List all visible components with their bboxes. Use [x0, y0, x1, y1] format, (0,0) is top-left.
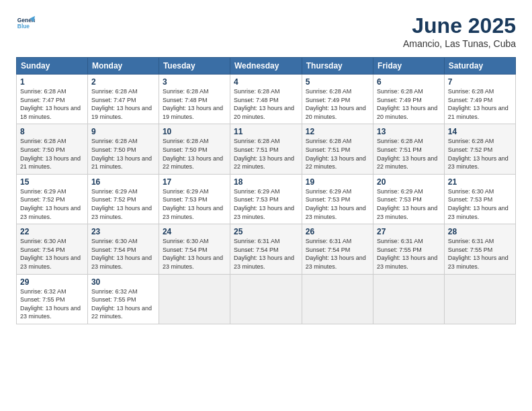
day-info: Sunrise: 6:31 AM Sunset: 7:54 PM Dayligh… — [234, 237, 298, 271]
day-info: Sunrise: 6:28 AM Sunset: 7:48 PM Dayligh… — [234, 87, 298, 121]
calendar-cell: 15 Sunrise: 6:29 AM Sunset: 7:52 PM Dayl… — [17, 174, 88, 224]
day-info: Sunrise: 6:28 AM Sunset: 7:48 PM Dayligh… — [163, 87, 226, 121]
calendar-cell: 9 Sunrise: 6:28 AM Sunset: 7:50 PM Dayli… — [87, 124, 159, 174]
calendar-cell: 21 Sunrise: 6:30 AM Sunset: 7:53 PM Dayl… — [444, 174, 515, 224]
day-number: 30 — [91, 277, 155, 287]
day-info: Sunrise: 6:30 AM Sunset: 7:53 PM Dayligh… — [448, 187, 512, 221]
calendar-week-row: 8 Sunrise: 6:28 AM Sunset: 7:50 PM Dayli… — [17, 124, 516, 174]
calendar-cell: 14 Sunrise: 6:28 AM Sunset: 7:52 PM Dayl… — [444, 124, 515, 174]
day-number: 25 — [234, 227, 298, 236]
day-number: 21 — [448, 177, 512, 187]
day-info: Sunrise: 6:28 AM Sunset: 7:49 PM Dayligh… — [448, 87, 512, 121]
calendar-cell: 3 Sunrise: 6:28 AM Sunset: 7:48 PM Dayli… — [159, 75, 230, 124]
day-number: 12 — [306, 127, 369, 136]
weekday-header: Wednesday — [230, 58, 302, 75]
day-number: 15 — [20, 177, 84, 187]
day-info: Sunrise: 6:29 AM Sunset: 7:52 PM Dayligh… — [20, 187, 84, 221]
location: Amancio, Las Tunas, Cuba — [403, 38, 516, 49]
day-number: 7 — [448, 77, 512, 87]
day-number: 27 — [377, 227, 441, 236]
calendar-cell: 19 Sunrise: 6:29 AM Sunset: 7:53 PM Dayl… — [302, 174, 373, 224]
day-info: Sunrise: 6:28 AM Sunset: 7:50 PM Dayligh… — [20, 137, 84, 171]
calendar-cell: 8 Sunrise: 6:28 AM Sunset: 7:50 PM Dayli… — [17, 124, 88, 174]
calendar-cell: 25 Sunrise: 6:31 AM Sunset: 7:54 PM Dayl… — [230, 224, 302, 274]
calendar-cell: 27 Sunrise: 6:31 AM Sunset: 7:55 PM Dayl… — [373, 224, 445, 274]
day-info: Sunrise: 6:28 AM Sunset: 7:51 PM Dayligh… — [306, 137, 369, 171]
day-info: Sunrise: 6:28 AM Sunset: 7:50 PM Dayligh… — [163, 137, 226, 171]
day-info: Sunrise: 6:31 AM Sunset: 7:54 PM Dayligh… — [306, 237, 369, 271]
weekday-header: Saturday — [444, 58, 515, 75]
day-info: Sunrise: 6:31 AM Sunset: 7:55 PM Dayligh… — [377, 237, 441, 271]
day-info: Sunrise: 6:28 AM Sunset: 7:51 PM Dayligh… — [377, 137, 441, 171]
calendar-cell: 5 Sunrise: 6:28 AM Sunset: 7:49 PM Dayli… — [302, 75, 373, 124]
calendar-week-row: 15 Sunrise: 6:29 AM Sunset: 7:52 PM Dayl… — [17, 174, 516, 224]
calendar-cell: 4 Sunrise: 6:28 AM Sunset: 7:48 PM Dayli… — [230, 75, 302, 124]
calendar-week-row: 1 Sunrise: 6:28 AM Sunset: 7:47 PM Dayli… — [17, 75, 516, 124]
weekday-header: Tuesday — [159, 58, 230, 75]
day-info: Sunrise: 6:29 AM Sunset: 7:52 PM Dayligh… — [91, 187, 155, 221]
calendar-cell: 28 Sunrise: 6:31 AM Sunset: 7:55 PM Dayl… — [444, 224, 515, 274]
weekday-header: Thursday — [302, 58, 373, 75]
day-info: Sunrise: 6:28 AM Sunset: 7:52 PM Dayligh… — [448, 137, 512, 171]
day-number: 3 — [163, 77, 226, 87]
day-number: 14 — [448, 127, 512, 136]
month-title: June 2025 — [403, 13, 516, 38]
calendar-cell: 16 Sunrise: 6:29 AM Sunset: 7:52 PM Dayl… — [87, 174, 159, 224]
day-number: 24 — [163, 227, 226, 236]
calendar-cell: 12 Sunrise: 6:28 AM Sunset: 7:51 PM Dayl… — [302, 124, 373, 174]
day-info: Sunrise: 6:28 AM Sunset: 7:47 PM Dayligh… — [91, 87, 155, 121]
day-number: 11 — [234, 127, 298, 136]
day-info: Sunrise: 6:28 AM Sunset: 7:51 PM Dayligh… — [234, 137, 298, 171]
calendar-cell: 10 Sunrise: 6:28 AM Sunset: 7:50 PM Dayl… — [159, 124, 230, 174]
day-info: Sunrise: 6:29 AM Sunset: 7:53 PM Dayligh… — [377, 187, 441, 221]
calendar-cell — [230, 274, 302, 324]
logo: General Blue — [16, 13, 35, 32]
day-info: Sunrise: 6:28 AM Sunset: 7:50 PM Dayligh… — [91, 137, 155, 171]
weekday-header: Monday — [87, 58, 159, 75]
day-info: Sunrise: 6:28 AM Sunset: 7:49 PM Dayligh… — [377, 87, 441, 121]
title-block: June 2025 Amancio, Las Tunas, Cuba — [403, 13, 516, 49]
calendar-cell: 11 Sunrise: 6:28 AM Sunset: 7:51 PM Dayl… — [230, 124, 302, 174]
day-number: 8 — [20, 127, 84, 136]
day-number: 10 — [163, 127, 226, 136]
calendar-cell: 22 Sunrise: 6:30 AM Sunset: 7:54 PM Dayl… — [17, 224, 88, 274]
day-number: 19 — [306, 177, 369, 187]
calendar-cell — [373, 274, 445, 324]
day-number: 17 — [163, 177, 226, 187]
calendar-cell: 20 Sunrise: 6:29 AM Sunset: 7:53 PM Dayl… — [373, 174, 445, 224]
day-number: 6 — [377, 77, 441, 87]
calendar-cell: 2 Sunrise: 6:28 AM Sunset: 7:47 PM Dayli… — [87, 75, 159, 124]
calendar-cell: 17 Sunrise: 6:29 AM Sunset: 7:53 PM Dayl… — [159, 174, 230, 224]
day-info: Sunrise: 6:30 AM Sunset: 7:54 PM Dayligh… — [91, 237, 155, 271]
day-number: 20 — [377, 177, 441, 187]
day-info: Sunrise: 6:31 AM Sunset: 7:55 PM Dayligh… — [448, 237, 512, 271]
day-number: 13 — [377, 127, 441, 136]
calendar-cell: 23 Sunrise: 6:30 AM Sunset: 7:54 PM Dayl… — [87, 224, 159, 274]
day-number: 5 — [306, 77, 369, 87]
page: General Blue June 2025 Amancio, Las Tuna… — [0, 0, 532, 411]
day-info: Sunrise: 6:32 AM Sunset: 7:55 PM Dayligh… — [20, 287, 84, 321]
calendar-cell — [159, 274, 230, 324]
day-info: Sunrise: 6:30 AM Sunset: 7:54 PM Dayligh… — [163, 237, 226, 271]
day-number: 26 — [306, 227, 369, 236]
calendar-cell: 18 Sunrise: 6:29 AM Sunset: 7:53 PM Dayl… — [230, 174, 302, 224]
day-number: 18 — [234, 177, 298, 187]
day-number: 2 — [91, 77, 155, 87]
svg-text:Blue: Blue — [17, 23, 30, 30]
calendar-cell: 7 Sunrise: 6:28 AM Sunset: 7:49 PM Dayli… — [444, 75, 515, 124]
day-number: 23 — [91, 227, 155, 236]
calendar-cell: 29 Sunrise: 6:32 AM Sunset: 7:55 PM Dayl… — [17, 274, 88, 324]
calendar-table: SundayMondayTuesdayWednesdayThursdayFrid… — [16, 57, 516, 324]
day-info: Sunrise: 6:29 AM Sunset: 7:53 PM Dayligh… — [306, 187, 369, 221]
calendar-week-row: 22 Sunrise: 6:30 AM Sunset: 7:54 PM Dayl… — [17, 224, 516, 274]
calendar-week-row: 29 Sunrise: 6:32 AM Sunset: 7:55 PM Dayl… — [17, 274, 516, 324]
day-info: Sunrise: 6:28 AM Sunset: 7:49 PM Dayligh… — [306, 87, 369, 121]
day-number: 29 — [20, 277, 84, 287]
calendar-cell: 1 Sunrise: 6:28 AM Sunset: 7:47 PM Dayli… — [17, 75, 88, 124]
weekday-header-row: SundayMondayTuesdayWednesdayThursdayFrid… — [17, 58, 516, 75]
weekday-header: Sunday — [17, 58, 88, 75]
calendar-cell: 24 Sunrise: 6:30 AM Sunset: 7:54 PM Dayl… — [159, 224, 230, 274]
calendar-cell: 6 Sunrise: 6:28 AM Sunset: 7:49 PM Dayli… — [373, 75, 445, 124]
calendar-cell: 13 Sunrise: 6:28 AM Sunset: 7:51 PM Dayl… — [373, 124, 445, 174]
calendar-cell — [444, 274, 515, 324]
